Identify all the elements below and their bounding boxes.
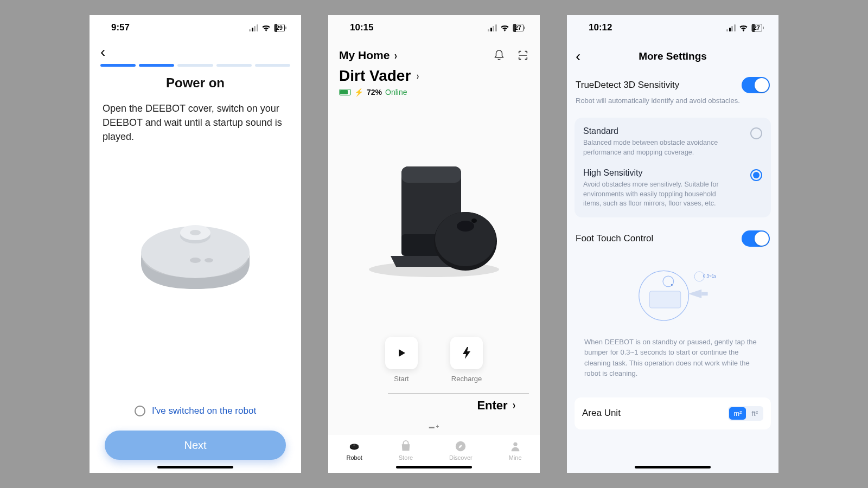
signal-icon <box>726 24 736 31</box>
tab-robot[interactable]: Robot <box>346 440 362 461</box>
svg-rect-24 <box>701 292 707 296</box>
option-high-sensitivity[interactable]: High Sensitivity Avoid obstacles more se… <box>583 168 762 209</box>
battery-icon: 29 <box>274 24 285 32</box>
next-button[interactable]: Next <box>105 431 286 460</box>
foottouch-section: Foot Touch Control 0.3~1s When DEEBOT is… <box>567 228 778 393</box>
enter-button[interactable]: Enter › <box>388 394 529 423</box>
area-unit-row: Area Unit m² ft² <box>575 397 771 429</box>
truedetect-sub: Robot will automatically identify and av… <box>576 97 770 105</box>
page-indicator: ▬ + <box>328 423 540 435</box>
notification-bell-icon[interactable] <box>493 49 505 61</box>
svg-point-12 <box>435 212 496 266</box>
recharge-label: Recharge <box>451 375 482 383</box>
svg-rect-9 <box>401 166 461 183</box>
charging-icon: ⚡ <box>354 88 363 97</box>
svg-point-4 <box>190 230 201 235</box>
start-label: Start <box>394 375 409 383</box>
tab-mine[interactable]: Mine <box>509 440 522 461</box>
status-time: 10:15 <box>350 22 373 33</box>
nav-bar: ‹ More Settings <box>567 40 778 70</box>
option-title: Standard <box>583 126 730 136</box>
option-title: High Sensitivity <box>583 168 730 178</box>
action-buttons: Start Recharge <box>328 337 540 394</box>
nav-bar: ‹ <box>90 40 301 75</box>
signal-icon <box>488 24 497 31</box>
status-time: 9:57 <box>111 22 130 33</box>
battery-icon: 27 <box>751 24 762 32</box>
progress-indicator <box>98 64 292 75</box>
svg-point-6 <box>205 258 213 262</box>
status-bar: 10:15 27 <box>328 15 540 40</box>
foottouch-illustration: 0.3~1s <box>576 247 770 337</box>
home-selector[interactable]: My Home › <box>339 49 398 62</box>
area-unit-toggle[interactable]: m² ft² <box>728 406 763 421</box>
foottouch-label: Foot Touch Control <box>576 233 653 244</box>
back-button[interactable]: ‹ <box>576 48 580 65</box>
home-indicator[interactable] <box>157 466 233 468</box>
truedetect-toggle[interactable] <box>742 77 770 93</box>
device-status: ⚡72% Online <box>339 88 529 97</box>
unit-m2[interactable]: m² <box>729 407 746 420</box>
tab-label: Store <box>399 454 413 461</box>
header: My Home › Dirt Vader › ⚡72% Online <box>328 40 540 99</box>
store-tab-icon <box>400 440 412 452</box>
status-bar: 9:57 29 <box>90 15 301 40</box>
svg-rect-23 <box>649 291 680 307</box>
tab-label: Robot <box>346 454 362 461</box>
option-desc: Balanced mode between obstacle avoidance… <box>583 138 730 157</box>
svg-point-19 <box>513 442 517 446</box>
status-time: 10:12 <box>589 22 612 33</box>
tab-discover[interactable]: Discover <box>449 440 473 461</box>
robot-tab-icon <box>348 440 360 452</box>
svg-point-13 <box>457 221 474 232</box>
back-button[interactable]: ‹ <box>98 40 107 64</box>
chevron-right-icon: › <box>417 70 419 82</box>
status-right: 27 <box>488 24 524 32</box>
chevron-right-icon: › <box>513 399 515 413</box>
home-label: My Home <box>339 49 390 62</box>
signal-icon <box>249 24 258 31</box>
checkbox-icon[interactable] <box>135 406 145 416</box>
area-unit-label: Area Unit <box>582 408 621 419</box>
mine-tab-icon <box>509 440 521 452</box>
setup-power-on-screen: 9:57 29 ‹ Power on Open the DEEBOT cover… <box>90 15 301 473</box>
robot-product-image <box>328 99 540 337</box>
wifi-icon <box>739 24 748 31</box>
page-title: Power on <box>90 75 301 91</box>
chevron-right-icon: › <box>394 49 397 62</box>
home-indicator[interactable] <box>635 466 711 468</box>
radio-icon[interactable] <box>750 127 762 139</box>
truedetect-section: TrueDetect 3D Sensitivity Robot will aut… <box>567 70 778 111</box>
radio-icon[interactable] <box>750 169 762 181</box>
option-standard[interactable]: Standard Balanced mode between obstacle … <box>583 126 762 157</box>
device-name-label: Dirt Vader <box>339 67 411 85</box>
svg-point-14 <box>471 219 477 223</box>
tab-store[interactable]: Store <box>399 440 413 461</box>
svg-point-17 <box>353 444 355 446</box>
robot-home-screen: 10:15 27 My Home › Dirt Vader › ⚡72% Onl… <box>328 15 540 473</box>
status-right: 27 <box>726 24 762 32</box>
confirmation-checkbox-row[interactable]: I've switched on the robot <box>105 406 286 416</box>
scan-icon[interactable] <box>517 49 529 61</box>
more-settings-screen: 10:12 27 ‹ More Settings TrueDetect 3D S… <box>567 15 778 473</box>
option-desc: Avoid obstacles more sensitively. Suitab… <box>583 180 730 209</box>
unit-ft2[interactable]: ft² <box>747 407 762 420</box>
enter-label: Enter <box>477 399 507 413</box>
recharge-button[interactable] <box>450 337 483 369</box>
play-icon <box>396 348 407 358</box>
wifi-icon <box>261 24 271 31</box>
foottouch-toggle[interactable] <box>742 230 770 247</box>
instruction-text: Open the DEEBOT cover, switch on your DE… <box>90 101 301 144</box>
start-button[interactable] <box>385 337 418 369</box>
time-hint-label: 0.3~1s <box>703 274 717 279</box>
tab-label: Discover <box>449 454 473 461</box>
svg-point-22 <box>671 284 673 285</box>
robot-illustration <box>90 155 301 333</box>
truedetect-label: TrueDetect 3D Sensitivity <box>576 80 679 91</box>
discover-tab-icon <box>455 440 467 452</box>
battery-percent: 72% <box>367 88 382 97</box>
home-indicator[interactable] <box>396 466 472 468</box>
foottouch-desc: When DEEBOT is on standby or paused, gen… <box>576 337 770 387</box>
page-title: More Settings <box>639 50 707 62</box>
device-name-row[interactable]: Dirt Vader › <box>339 67 529 85</box>
